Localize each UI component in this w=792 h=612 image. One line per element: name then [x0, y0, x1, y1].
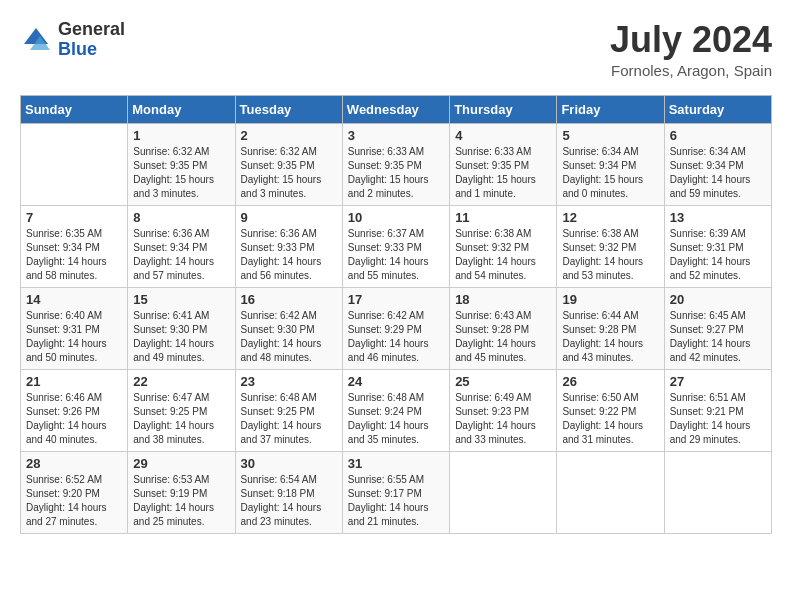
day-number: 20	[670, 292, 766, 307]
month-year: July 2024	[610, 20, 772, 60]
column-header-monday: Monday	[128, 95, 235, 123]
calendar-cell: 10Sunrise: 6:37 AM Sunset: 9:33 PM Dayli…	[342, 205, 449, 287]
column-header-wednesday: Wednesday	[342, 95, 449, 123]
day-info: Sunrise: 6:46 AM Sunset: 9:26 PM Dayligh…	[26, 391, 122, 447]
svg-marker-0	[24, 28, 48, 44]
calendar-cell: 21Sunrise: 6:46 AM Sunset: 9:26 PM Dayli…	[21, 369, 128, 451]
day-info: Sunrise: 6:49 AM Sunset: 9:23 PM Dayligh…	[455, 391, 551, 447]
day-number: 6	[670, 128, 766, 143]
calendar-cell: 28Sunrise: 6:52 AM Sunset: 9:20 PM Dayli…	[21, 451, 128, 533]
day-number: 10	[348, 210, 444, 225]
day-number: 14	[26, 292, 122, 307]
calendar-cell: 6Sunrise: 6:34 AM Sunset: 9:34 PM Daylig…	[664, 123, 771, 205]
calendar-cell: 20Sunrise: 6:45 AM Sunset: 9:27 PM Dayli…	[664, 287, 771, 369]
page-header: General Blue July 2024 Fornoles, Aragon,…	[20, 20, 772, 79]
day-number: 25	[455, 374, 551, 389]
calendar-cell: 12Sunrise: 6:38 AM Sunset: 9:32 PM Dayli…	[557, 205, 664, 287]
calendar-cell: 19Sunrise: 6:44 AM Sunset: 9:28 PM Dayli…	[557, 287, 664, 369]
column-header-thursday: Thursday	[450, 95, 557, 123]
calendar-cell: 31Sunrise: 6:55 AM Sunset: 9:17 PM Dayli…	[342, 451, 449, 533]
day-info: Sunrise: 6:47 AM Sunset: 9:25 PM Dayligh…	[133, 391, 229, 447]
day-info: Sunrise: 6:33 AM Sunset: 9:35 PM Dayligh…	[455, 145, 551, 201]
day-info: Sunrise: 6:35 AM Sunset: 9:34 PM Dayligh…	[26, 227, 122, 283]
day-info: Sunrise: 6:43 AM Sunset: 9:28 PM Dayligh…	[455, 309, 551, 365]
day-number: 8	[133, 210, 229, 225]
calendar-cell: 27Sunrise: 6:51 AM Sunset: 9:21 PM Dayli…	[664, 369, 771, 451]
calendar-cell	[664, 451, 771, 533]
day-info: Sunrise: 6:32 AM Sunset: 9:35 PM Dayligh…	[133, 145, 229, 201]
calendar-cell: 3Sunrise: 6:33 AM Sunset: 9:35 PM Daylig…	[342, 123, 449, 205]
day-info: Sunrise: 6:36 AM Sunset: 9:33 PM Dayligh…	[241, 227, 337, 283]
day-number: 19	[562, 292, 658, 307]
day-number: 12	[562, 210, 658, 225]
logo-general: General	[58, 19, 125, 39]
day-number: 17	[348, 292, 444, 307]
column-header-tuesday: Tuesday	[235, 95, 342, 123]
calendar-cell: 15Sunrise: 6:41 AM Sunset: 9:30 PM Dayli…	[128, 287, 235, 369]
day-info: Sunrise: 6:51 AM Sunset: 9:21 PM Dayligh…	[670, 391, 766, 447]
calendar-cell: 23Sunrise: 6:48 AM Sunset: 9:25 PM Dayli…	[235, 369, 342, 451]
calendar-cell: 13Sunrise: 6:39 AM Sunset: 9:31 PM Dayli…	[664, 205, 771, 287]
day-info: Sunrise: 6:41 AM Sunset: 9:30 PM Dayligh…	[133, 309, 229, 365]
day-number: 1	[133, 128, 229, 143]
logo: General Blue	[20, 20, 125, 60]
calendar-cell: 4Sunrise: 6:33 AM Sunset: 9:35 PM Daylig…	[450, 123, 557, 205]
day-info: Sunrise: 6:48 AM Sunset: 9:25 PM Dayligh…	[241, 391, 337, 447]
day-info: Sunrise: 6:40 AM Sunset: 9:31 PM Dayligh…	[26, 309, 122, 365]
day-number: 3	[348, 128, 444, 143]
day-info: Sunrise: 6:52 AM Sunset: 9:20 PM Dayligh…	[26, 473, 122, 529]
logo-blue: Blue	[58, 39, 97, 59]
day-number: 9	[241, 210, 337, 225]
day-number: 26	[562, 374, 658, 389]
day-number: 4	[455, 128, 551, 143]
column-header-sunday: Sunday	[21, 95, 128, 123]
calendar-cell: 11Sunrise: 6:38 AM Sunset: 9:32 PM Dayli…	[450, 205, 557, 287]
day-info: Sunrise: 6:36 AM Sunset: 9:34 PM Dayligh…	[133, 227, 229, 283]
calendar-cell: 7Sunrise: 6:35 AM Sunset: 9:34 PM Daylig…	[21, 205, 128, 287]
calendar-cell: 30Sunrise: 6:54 AM Sunset: 9:18 PM Dayli…	[235, 451, 342, 533]
day-info: Sunrise: 6:53 AM Sunset: 9:19 PM Dayligh…	[133, 473, 229, 529]
calendar-cell: 25Sunrise: 6:49 AM Sunset: 9:23 PM Dayli…	[450, 369, 557, 451]
calendar-header-row: SundayMondayTuesdayWednesdayThursdayFrid…	[21, 95, 772, 123]
calendar-cell: 14Sunrise: 6:40 AM Sunset: 9:31 PM Dayli…	[21, 287, 128, 369]
calendar-cell: 22Sunrise: 6:47 AM Sunset: 9:25 PM Dayli…	[128, 369, 235, 451]
day-info: Sunrise: 6:50 AM Sunset: 9:22 PM Dayligh…	[562, 391, 658, 447]
day-info: Sunrise: 6:48 AM Sunset: 9:24 PM Dayligh…	[348, 391, 444, 447]
day-number: 13	[670, 210, 766, 225]
day-number: 30	[241, 456, 337, 471]
column-header-saturday: Saturday	[664, 95, 771, 123]
day-info: Sunrise: 6:37 AM Sunset: 9:33 PM Dayligh…	[348, 227, 444, 283]
day-info: Sunrise: 6:38 AM Sunset: 9:32 PM Dayligh…	[455, 227, 551, 283]
day-number: 27	[670, 374, 766, 389]
calendar-cell: 24Sunrise: 6:48 AM Sunset: 9:24 PM Dayli…	[342, 369, 449, 451]
day-number: 22	[133, 374, 229, 389]
day-number: 28	[26, 456, 122, 471]
day-info: Sunrise: 6:32 AM Sunset: 9:35 PM Dayligh…	[241, 145, 337, 201]
day-info: Sunrise: 6:42 AM Sunset: 9:30 PM Dayligh…	[241, 309, 337, 365]
calendar-cell: 16Sunrise: 6:42 AM Sunset: 9:30 PM Dayli…	[235, 287, 342, 369]
calendar-week-row: 14Sunrise: 6:40 AM Sunset: 9:31 PM Dayli…	[21, 287, 772, 369]
day-info: Sunrise: 6:34 AM Sunset: 9:34 PM Dayligh…	[670, 145, 766, 201]
day-number: 23	[241, 374, 337, 389]
column-header-friday: Friday	[557, 95, 664, 123]
calendar-table: SundayMondayTuesdayWednesdayThursdayFrid…	[20, 95, 772, 534]
calendar-cell: 9Sunrise: 6:36 AM Sunset: 9:33 PM Daylig…	[235, 205, 342, 287]
calendar-week-row: 7Sunrise: 6:35 AM Sunset: 9:34 PM Daylig…	[21, 205, 772, 287]
day-info: Sunrise: 6:39 AM Sunset: 9:31 PM Dayligh…	[670, 227, 766, 283]
calendar-cell: 18Sunrise: 6:43 AM Sunset: 9:28 PM Dayli…	[450, 287, 557, 369]
day-number: 24	[348, 374, 444, 389]
day-number: 5	[562, 128, 658, 143]
day-number: 11	[455, 210, 551, 225]
day-number: 15	[133, 292, 229, 307]
calendar-cell: 1Sunrise: 6:32 AM Sunset: 9:35 PM Daylig…	[128, 123, 235, 205]
calendar-cell	[450, 451, 557, 533]
logo-icon	[20, 24, 52, 56]
day-number: 29	[133, 456, 229, 471]
day-info: Sunrise: 6:45 AM Sunset: 9:27 PM Dayligh…	[670, 309, 766, 365]
day-number: 31	[348, 456, 444, 471]
calendar-cell	[21, 123, 128, 205]
day-number: 7	[26, 210, 122, 225]
calendar-cell	[557, 451, 664, 533]
day-info: Sunrise: 6:42 AM Sunset: 9:29 PM Dayligh…	[348, 309, 444, 365]
calendar-cell: 17Sunrise: 6:42 AM Sunset: 9:29 PM Dayli…	[342, 287, 449, 369]
